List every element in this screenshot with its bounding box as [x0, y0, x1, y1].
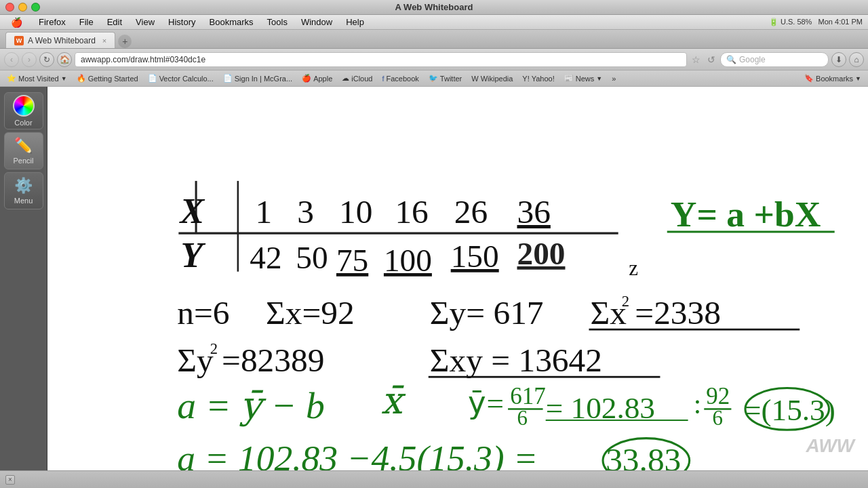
svg-text:100: 100: [384, 243, 432, 278]
svg-text:6: 6: [713, 406, 723, 430]
bookmarks-bar: ⭐ Most Visited ▼ 🔥 Getting Started 📄 Vec…: [0, 70, 868, 87]
menu-bookmarks[interactable]: Bookmarks: [204, 16, 259, 28]
menu-edit[interactable]: Edit: [102, 16, 127, 28]
svg-text:6: 6: [517, 406, 527, 430]
getting-started-icon: 🔥: [77, 74, 86, 83]
system-info: 🔋 U.S. 58% Mon 4:01 PM: [769, 18, 863, 26]
sidebar: Color ✏️ Pencil ⚙️ Menu: [0, 87, 47, 470]
refresh-icon[interactable]: ↺: [705, 54, 717, 65]
menu-view[interactable]: View: [130, 16, 160, 28]
facebook-icon: f: [382, 75, 384, 83]
bookmark-wikipedia[interactable]: W Wikipedia: [467, 73, 517, 84]
aww-watermark: AWW: [806, 435, 854, 457]
twitter-icon: 🐦: [429, 74, 438, 83]
svg-text:200: 200: [517, 236, 565, 271]
svg-text:10: 10: [339, 193, 372, 230]
whiteboard-canvas[interactable]: X 1 3 10 16 26 36 Y 42 50 75 100 150 200…: [47, 87, 868, 470]
svg-text:Y: Y: [180, 235, 205, 275]
minimize-button[interactable]: [18, 3, 27, 12]
svg-text:ȳ=: ȳ=: [468, 386, 504, 420]
apple-menu[interactable]: 🍎: [5, 16, 28, 29]
url-bar[interactable]: awwapp.com/draw.html#0340dc1e: [75, 52, 687, 67]
svg-text:Σy= 617: Σy= 617: [430, 294, 544, 331]
svg-text:2: 2: [622, 293, 629, 310]
menu-window[interactable]: Window: [296, 16, 338, 28]
news-icon: 📰: [564, 74, 574, 83]
forward-button[interactable]: ›: [22, 52, 37, 67]
window-controls[interactable]: [5, 3, 40, 12]
svg-text:Σx =2338: Σx =2338: [591, 294, 721, 331]
bookmark-most-visited[interactable]: ⭐ Most Visited ▼: [3, 73, 71, 84]
new-tab-button[interactable]: +: [118, 35, 132, 48]
bookmark-facebook[interactable]: f Facebook: [378, 73, 422, 84]
yahoo-icon: Y!: [522, 75, 529, 83]
wikipedia-icon: W: [471, 75, 478, 83]
bookmark-more[interactable]: »: [608, 73, 620, 84]
color-wheel-icon: [13, 95, 35, 117]
svg-text:3: 3: [297, 193, 314, 230]
bookmarks-button[interactable]: ⌂: [849, 52, 864, 67]
svg-text:a = ȳ − b: a = ȳ − b: [177, 384, 325, 427]
url-text: awwapp.com/draw.html#0340dc1e: [81, 55, 205, 64]
svg-text:x̄: x̄: [381, 380, 406, 422]
pencil-tool-button[interactable]: ✏️ Pencil: [4, 132, 43, 169]
svg-text:36: 36: [517, 193, 550, 230]
svg-text:2: 2: [210, 340, 218, 357]
download-button[interactable]: ⬇: [831, 52, 846, 67]
maximize-button[interactable]: [31, 3, 40, 12]
menu-label: Menu: [14, 197, 33, 205]
close-button[interactable]: [5, 3, 14, 12]
svg-text:X: X: [178, 190, 205, 231]
svg-text:33.83: 33.83: [606, 441, 681, 470]
active-tab[interactable]: W A Web Whiteboard ×: [5, 32, 115, 48]
whiteboard-svg: X 1 3 10 16 26 36 Y 42 50 75 100 150 200…: [47, 87, 868, 470]
bookmarks-folder-icon: 🔖: [804, 74, 814, 83]
status-close-button[interactable]: ×: [5, 475, 15, 485]
svg-text:Σy =82389: Σy =82389: [177, 342, 324, 379]
color-label: Color: [14, 119, 32, 127]
svg-text:Σxy = 13642: Σxy = 13642: [430, 342, 602, 379]
svg-text:16: 16: [395, 193, 428, 230]
bookmark-sign-in[interactable]: 📄 Sign In | McGra...: [219, 73, 296, 84]
color-tool-button[interactable]: Color: [4, 92, 43, 129]
menu-tool-button[interactable]: ⚙️ Menu: [4, 172, 43, 209]
svg-text:617: 617: [510, 383, 545, 409]
nav-bar: ‹ › ↻ 🏠 awwapp.com/draw.html#0340dc1e ☆ …: [0, 49, 868, 70]
menu-help[interactable]: Help: [340, 16, 370, 28]
search-bar[interactable]: 🔍 Google: [720, 52, 829, 67]
tab-close-icon[interactable]: ×: [102, 37, 106, 45]
bookmark-apple[interactable]: 🍎 Apple: [298, 73, 336, 84]
menu-firefox[interactable]: Firefox: [33, 16, 71, 28]
icloud-icon: ☁: [342, 74, 349, 83]
search-placeholder: Google: [739, 55, 766, 64]
bookmark-star[interactable]: ☆: [690, 54, 703, 65]
back-button[interactable]: ‹: [4, 52, 19, 67]
reload-button[interactable]: ↻: [39, 52, 54, 67]
menu-file[interactable]: File: [74, 16, 99, 28]
svg-text:75: 75: [336, 243, 368, 278]
svg-text:50: 50: [296, 240, 328, 275]
home-button[interactable]: 🏠: [57, 52, 72, 67]
menu-bar: 🍎 Firefox File Edit View History Bookmar…: [0, 15, 868, 30]
svg-text:150: 150: [451, 239, 499, 274]
tab-bar: W A Web Whiteboard × +: [0, 30, 868, 49]
bookmark-icloud[interactable]: ☁ iCloud: [338, 73, 376, 84]
vector-calc-icon: 📄: [148, 74, 157, 83]
bookmark-vector-calc[interactable]: 📄 Vector Calculo...: [144, 73, 218, 84]
window-title: A Web Whiteboard: [395, 2, 473, 12]
bookmark-getting-started[interactable]: 🔥 Getting Started: [73, 73, 142, 84]
bookmark-news[interactable]: 📰 News ▼: [560, 73, 606, 84]
pencil-label: Pencil: [14, 157, 34, 165]
bookmark-yahoo[interactable]: Y! Yahoo!: [518, 73, 558, 84]
pencil-icon: ✏️: [14, 137, 33, 155]
menu-history[interactable]: History: [163, 16, 201, 28]
tab-favicon: W: [14, 36, 24, 45]
svg-text:a = 102.83 −4.5(15.3) =: a = 102.83 −4.5(15.3) =: [177, 438, 538, 470]
svg-text:z: z: [629, 256, 638, 280]
main-area: Color ✏️ Pencil ⚙️ Menu X 1 3 10: [0, 87, 868, 470]
bookmark-twitter[interactable]: 🐦 Twitter: [425, 73, 466, 84]
bookmark-bookmarks[interactable]: 🔖 Bookmarks ▼: [800, 73, 865, 84]
menu-tools[interactable]: Tools: [262, 16, 293, 28]
title-bar: A Web Whiteboard: [0, 0, 868, 15]
svg-text:1: 1: [256, 193, 273, 230]
